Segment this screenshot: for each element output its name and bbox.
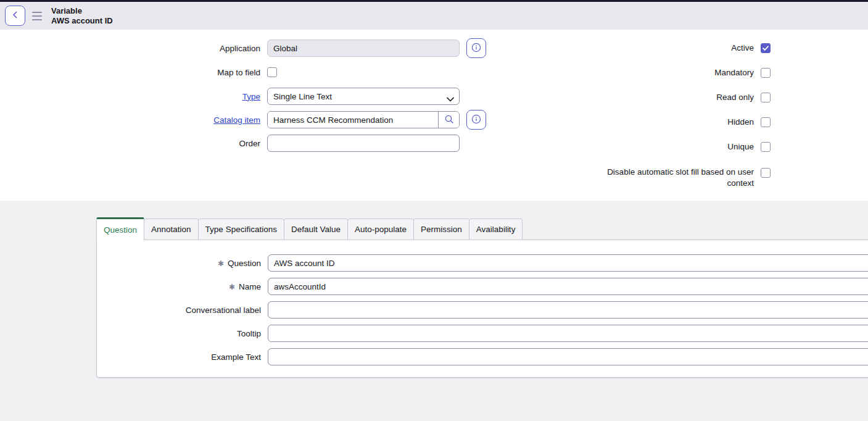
required-marker-icon: ✱ bbox=[229, 283, 235, 291]
record-type-title: Variable bbox=[51, 6, 113, 16]
question-tab-panel: ✱Question ✱Name Conversational label Too… bbox=[96, 240, 868, 378]
info-icon bbox=[471, 43, 481, 54]
hamburger-menu-icon[interactable] bbox=[32, 12, 43, 20]
unique-row: Unique bbox=[505, 138, 771, 156]
tooltip-row: Tooltip bbox=[97, 325, 868, 342]
disable-slot-fill-checkbox[interactable] bbox=[761, 168, 771, 178]
tab-default-value[interactable]: Default Value bbox=[284, 219, 348, 240]
catalog-item-input[interactable] bbox=[268, 112, 438, 128]
unique-label: Unique bbox=[727, 141, 754, 152]
application-label: Application bbox=[0, 44, 260, 53]
map-to-field-label: Map to field bbox=[0, 68, 260, 77]
active-label: Active bbox=[731, 43, 754, 54]
catalog-item-info-button[interactable] bbox=[466, 110, 486, 130]
conversational-label-label: Conversational label bbox=[97, 306, 261, 315]
type-label-link[interactable]: Type bbox=[0, 92, 260, 101]
catalog-item-row: Catalog item bbox=[0, 111, 486, 128]
unique-checkbox[interactable] bbox=[761, 142, 771, 152]
tab-availability[interactable]: Availability bbox=[469, 219, 523, 240]
mandatory-checkbox[interactable] bbox=[761, 68, 771, 78]
disable-slot-fill-label: Disable automatic slot fill based on use… bbox=[600, 167, 754, 189]
tab-auto-populate[interactable]: Auto-populate bbox=[347, 219, 414, 240]
name-input[interactable] bbox=[268, 278, 868, 295]
application-row: Application bbox=[0, 40, 486, 57]
order-input[interactable] bbox=[267, 135, 460, 152]
application-input[interactable] bbox=[267, 40, 460, 57]
catalog-item-reference-field bbox=[267, 111, 460, 128]
tab-annotation[interactable]: Annotation bbox=[144, 219, 199, 240]
active-checkbox[interactable] bbox=[761, 43, 771, 53]
example-text-label: Example Text bbox=[97, 352, 261, 362]
info-icon bbox=[471, 114, 481, 126]
chevron-left-icon bbox=[10, 10, 20, 22]
read-only-checkbox[interactable] bbox=[761, 93, 771, 102]
search-icon bbox=[444, 114, 454, 126]
hidden-row: Hidden bbox=[505, 114, 771, 131]
conversational-label-row: Conversational label bbox=[97, 301, 868, 319]
type-select[interactable]: Single Line Text bbox=[267, 88, 460, 105]
type-select-wrap: Single Line Text bbox=[267, 88, 460, 105]
tooltip-input[interactable] bbox=[268, 325, 868, 342]
catalog-item-label-link[interactable]: Catalog item bbox=[0, 115, 260, 125]
active-row: Active bbox=[505, 40, 771, 57]
tab-permission[interactable]: Permission bbox=[413, 219, 469, 240]
type-row: Type Single Line Text bbox=[0, 88, 460, 105]
tab-type-specifications[interactable]: Type Specifications bbox=[198, 219, 284, 240]
name-row: ✱Name bbox=[97, 278, 868, 295]
mandatory-label: Mandatory bbox=[714, 67, 754, 78]
read-only-label: Read only bbox=[716, 92, 754, 103]
question-input[interactable] bbox=[268, 254, 868, 272]
tab-question[interactable]: Question bbox=[96, 217, 144, 240]
conversational-label-input[interactable] bbox=[268, 301, 868, 319]
mandatory-row: Mandatory bbox=[505, 64, 771, 81]
hidden-label: Hidden bbox=[727, 117, 754, 128]
map-to-field-row: Map to field bbox=[0, 64, 277, 81]
example-text-row: Example Text bbox=[97, 348, 868, 365]
question-row: ✱Question bbox=[97, 254, 868, 272]
read-only-row: Read only bbox=[505, 89, 771, 106]
tab-bar: Question Annotation Type Specifications … bbox=[96, 217, 523, 240]
form-body: Application Map to field Type Single Lin… bbox=[0, 30, 868, 201]
application-info-button[interactable] bbox=[466, 38, 486, 58]
hidden-checkbox[interactable] bbox=[761, 117, 771, 127]
map-to-field-checkbox[interactable] bbox=[267, 67, 277, 77]
order-row: Order bbox=[0, 135, 460, 152]
page-title: Variable AWS account ID bbox=[51, 6, 113, 26]
name-label: ✱Name bbox=[97, 282, 261, 291]
form-header: Variable AWS account ID bbox=[0, 0, 868, 30]
example-text-input[interactable] bbox=[268, 348, 868, 365]
catalog-item-lookup-button[interactable] bbox=[439, 112, 459, 128]
disable-slot-fill-row: Disable automatic slot fill based on use… bbox=[505, 167, 771, 189]
tooltip-label: Tooltip bbox=[97, 329, 261, 338]
question-label: ✱Question bbox=[97, 259, 261, 268]
back-button[interactable] bbox=[5, 6, 25, 26]
record-name-title: AWS account ID bbox=[51, 16, 113, 26]
required-marker-icon: ✱ bbox=[218, 259, 224, 268]
order-label: Order bbox=[0, 139, 260, 148]
